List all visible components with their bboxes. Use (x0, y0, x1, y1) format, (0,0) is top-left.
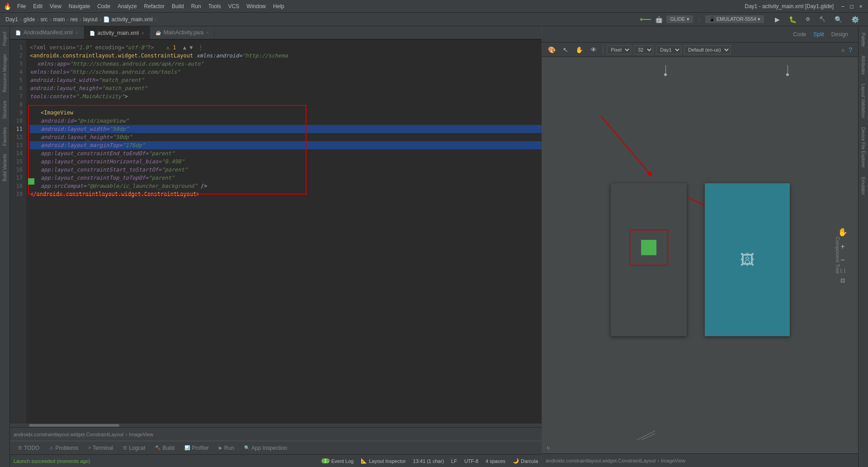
design-canvas[interactable]: 🖼 Component Tree ✋ + − 1:1 ⊡ ↻ (542, 57, 858, 453)
horizontal-scrollbar[interactable] (10, 424, 542, 427)
fit-btn[interactable]: ⊡ (838, 276, 847, 285)
breadcrumb-day1[interactable]: Day1 (5, 16, 18, 23)
code-content[interactable]: <?xml version="1.0" encoding="utf-8"?> ⚠… (26, 40, 542, 424)
menu-vcs[interactable]: VCS (226, 2, 242, 10)
device-selector[interactable]: 📱 EMULATOR-5554 ▾ (705, 15, 764, 23)
palette-btn[interactable]: 🎨 (546, 45, 558, 55)
code-line-14: app:layout_constraintEnd_toEndOf="parent… (30, 149, 542, 157)
menu-help[interactable]: Help (270, 2, 287, 10)
menu-refactor[interactable]: Refactor (142, 2, 167, 10)
phone-preview-teal[interactable]: 🖼 (705, 183, 790, 336)
tab-activity-main[interactable]: 📄 activity_main.xml × (84, 26, 150, 39)
tab-terminal[interactable]: > Terminal (84, 443, 118, 453)
breadcrumb-src[interactable]: src (40, 16, 47, 23)
menu-build[interactable]: Build (169, 2, 187, 10)
breadcrumb-res[interactable]: res (70, 16, 78, 23)
pixel-selector[interactable]: Pixel (607, 45, 631, 54)
scrollbar-thumb[interactable] (29, 424, 119, 427)
code-line-4: xmlns:tools="http://schemas.android.com/… (30, 68, 542, 76)
lf-item: LF (451, 458, 457, 464)
search-button[interactable]: 🔍 (831, 15, 846, 24)
help-btn[interactable]: ? (846, 45, 854, 55)
tab-profiler[interactable]: 📊 Profiler (180, 443, 213, 453)
sidebar-tab-device-file[interactable]: Device File Explorer (860, 123, 867, 172)
tab-main-activity[interactable]: ☕ MainActivity.java × (150, 26, 215, 39)
menu-view[interactable]: View (47, 2, 64, 10)
encoding-item[interactable]: UTF-8 (464, 458, 478, 464)
line-numbers: 1 2 3 4 5 6 7 8 9 10 11 12 13 14 15 16 1… (10, 40, 26, 424)
event-log-label: Event Log (331, 458, 354, 464)
menu-navigate[interactable]: Navigate (66, 2, 93, 10)
menu-run[interactable]: Run (189, 2, 204, 10)
view-code-btn[interactable]: Code (791, 30, 809, 38)
eye-btn[interactable]: 👁 (588, 45, 599, 55)
build-icon[interactable]: 🔨 (816, 15, 829, 23)
close-activity-main-tab[interactable]: × (142, 31, 144, 36)
theme-selector[interactable]: Day1 (656, 45, 681, 54)
close-main-activity-tab[interactable]: × (206, 30, 209, 35)
indent-item[interactable]: 4 spaces (486, 458, 505, 464)
menu-tools[interactable]: Tools (206, 2, 224, 10)
settings-button[interactable]: ⚙️ (848, 15, 863, 24)
sidebar-tab-layout-validation[interactable]: Layout Validation (860, 79, 867, 123)
close-button[interactable]: × (857, 3, 864, 10)
minimize-button[interactable]: − (839, 3, 846, 10)
zoom-out-btn[interactable]: − (838, 255, 847, 266)
breadcrumb-constraint-layout[interactable]: androidx.constraintlayout.widget.Constra… (14, 432, 123, 437)
menu-window[interactable]: Window (244, 2, 269, 10)
sidebar-tab-emulator[interactable]: Emulator (860, 172, 867, 200)
maximize-button[interactable]: □ (848, 3, 855, 10)
zoom-in-btn[interactable]: + (838, 241, 847, 252)
api-selector[interactable]: 32 (634, 45, 653, 54)
indent-text: 4 spaces (486, 458, 505, 464)
sidebar-tab-palette[interactable]: Palette (860, 28, 867, 51)
tab-todo[interactable]: ☰ TODO (14, 443, 44, 453)
locale-selector[interactable]: Default (en-us) (684, 45, 731, 54)
menu-code[interactable]: Code (94, 2, 113, 10)
sidebar-tab-attributes[interactable]: Attributes (860, 51, 867, 79)
tab-app-inspection[interactable]: 🔍 App Inspection (240, 443, 292, 453)
breadcrumb-glide[interactable]: glide (24, 16, 35, 23)
breadcrumb-main[interactable]: main (53, 16, 65, 23)
tab-build[interactable]: 🔨 Build (151, 443, 179, 453)
menu-file[interactable]: File (14, 2, 28, 10)
back-icon[interactable]: ⟵ (640, 14, 651, 24)
tab-run[interactable]: ▶ Run (214, 443, 239, 453)
right-sidebar: Palette Attributes Layout Validation Dev… (858, 26, 868, 467)
code-line-7: tools:context=".MainActivity"> (30, 92, 542, 100)
phone-preview-white[interactable] (611, 183, 687, 336)
debug-button[interactable]: 🐛 (785, 15, 800, 24)
green-indicator (28, 178, 34, 185)
view-split-btn[interactable]: Split (811, 30, 826, 38)
sidebar-project[interactable]: Project (1, 28, 8, 49)
cursor-btn[interactable]: ↖ (561, 45, 571, 55)
view-design-btn[interactable]: Design (829, 30, 851, 38)
design-breadcrumb-imageview[interactable]: ImageView (661, 458, 685, 463)
theme-icon: 🌙 (513, 458, 519, 464)
window-controls: − □ × (839, 3, 864, 10)
sidebar-build-variants[interactable]: Build Variants (1, 150, 8, 185)
tab-problems[interactable]: ⚠ Problems (45, 443, 83, 453)
sidebar-resource-manager[interactable]: Resource Manager (1, 50, 8, 96)
breadcrumb-layout[interactable]: layout (83, 16, 98, 23)
menu-edit[interactable]: Edit (30, 2, 45, 10)
breadcrumb-file[interactable]: 📄 activity_main.xml (103, 16, 153, 23)
design-breadcrumb-constraint[interactable]: androidx.constraintlayout.widget.Constra… (546, 458, 656, 463)
layout-inspector-item[interactable]: 📐 Layout Inspector (361, 458, 406, 464)
run-config-selector[interactable]: GLIDE ▾ (666, 15, 693, 23)
bottom-breadcrumb: androidx.constraintlayout.widget.Constra… (14, 432, 153, 437)
event-log-item[interactable]: 1 Event Log (321, 458, 354, 464)
menu-analyze[interactable]: Analyze (115, 2, 140, 10)
pan-btn[interactable]: ✋ (573, 45, 585, 55)
close-android-manifest-tab[interactable]: × (75, 30, 78, 35)
run-button[interactable]: ▶ (771, 15, 783, 24)
breadcrumb-imageview[interactable]: ImageView (129, 432, 153, 437)
tab-logcat[interactable]: ☰ Logcat (118, 443, 150, 453)
sidebar-favorites[interactable]: Favorites (1, 124, 8, 149)
tab-android-manifest[interactable]: 📄 AndroidManifest.xml × (10, 26, 84, 39)
pan-tool-btn[interactable]: ✋ (835, 226, 850, 238)
settings-icon[interactable]: ⚙ (802, 15, 814, 23)
refresh-icon[interactable]: ↻ (547, 444, 550, 451)
sidebar-structure[interactable]: Structure (1, 97, 8, 123)
code-editor[interactable]: 1 2 3 4 5 6 7 8 9 10 11 12 13 14 15 16 1… (10, 40, 542, 424)
